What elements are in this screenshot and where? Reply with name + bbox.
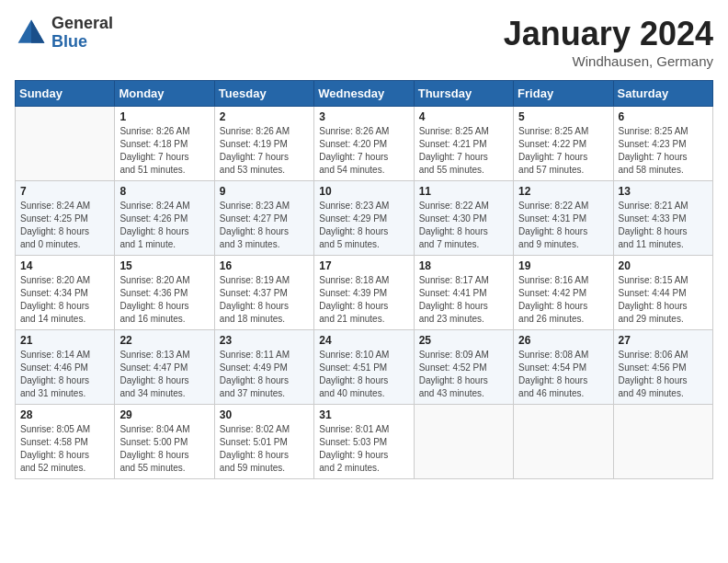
calendar-week-row: 7Sunrise: 8:24 AM Sunset: 4:25 PM Daylig… [16,181,713,256]
calendar-cell: 10Sunrise: 8:23 AM Sunset: 4:29 PM Dayli… [314,181,414,256]
day-info: Sunrise: 8:01 AM Sunset: 5:03 PM Dayligh… [319,423,408,475]
calendar-cell: 24Sunrise: 8:10 AM Sunset: 4:51 PM Dayli… [314,330,414,405]
calendar-cell: 27Sunrise: 8:06 AM Sunset: 4:56 PM Dayli… [613,330,712,405]
day-info: Sunrise: 8:25 AM Sunset: 4:23 PM Dayligh… [619,125,708,177]
day-number: 24 [319,334,408,347]
calendar-cell: 22Sunrise: 8:13 AM Sunset: 4:47 PM Dayli… [115,330,214,405]
day-info: Sunrise: 8:24 AM Sunset: 4:25 PM Dayligh… [20,200,109,251]
day-number: 17 [319,259,408,272]
day-number: 28 [20,408,109,421]
calendar-cell: 15Sunrise: 8:20 AM Sunset: 4:36 PM Dayli… [115,256,214,330]
day-number: 23 [220,334,309,347]
day-info: Sunrise: 8:08 AM Sunset: 4:54 PM Dayligh… [518,349,608,400]
day-number: 6 [619,110,708,123]
day-number: 16 [220,259,309,272]
day-number: 30 [220,408,309,421]
calendar-cell [414,405,513,479]
day-info: Sunrise: 8:23 AM Sunset: 4:29 PM Dayligh… [319,200,408,251]
day-number: 12 [518,185,608,198]
calendar-cell: 9Sunrise: 8:23 AM Sunset: 4:27 PM Daylig… [214,181,313,256]
calendar-header-row: SundayMondayTuesdayWednesdayThursdayFrid… [16,81,713,107]
day-number: 1 [119,110,209,123]
day-info: Sunrise: 8:17 AM Sunset: 4:41 PM Dayligh… [419,274,508,326]
calendar-cell: 20Sunrise: 8:15 AM Sunset: 4:44 PM Dayli… [613,256,712,330]
weekday-header-tuesday: Tuesday [214,81,313,107]
day-info: Sunrise: 8:25 AM Sunset: 4:21 PM Dayligh… [419,125,508,177]
calendar-cell: 14Sunrise: 8:20 AM Sunset: 4:34 PM Dayli… [16,256,115,330]
day-info: Sunrise: 8:02 AM Sunset: 5:01 PM Dayligh… [220,423,309,475]
day-info: Sunrise: 8:11 AM Sunset: 4:49 PM Dayligh… [220,349,309,400]
day-number: 3 [319,110,408,123]
day-number: 7 [20,185,109,198]
logo-icon [15,17,48,50]
day-info: Sunrise: 8:15 AM Sunset: 4:44 PM Dayligh… [619,274,708,326]
day-info: Sunrise: 8:06 AM Sunset: 4:56 PM Dayligh… [619,349,708,400]
calendar-cell: 8Sunrise: 8:24 AM Sunset: 4:26 PM Daylig… [115,181,214,256]
calendar-cell: 31Sunrise: 8:01 AM Sunset: 5:03 PM Dayli… [314,405,414,479]
day-info: Sunrise: 8:09 AM Sunset: 4:52 PM Dayligh… [419,349,508,400]
day-info: Sunrise: 8:19 AM Sunset: 4:37 PM Dayligh… [220,274,309,326]
day-number: 31 [319,408,408,421]
calendar-cell: 25Sunrise: 8:09 AM Sunset: 4:52 PM Dayli… [414,330,513,405]
calendar-cell [16,107,115,181]
calendar-cell: 21Sunrise: 8:14 AM Sunset: 4:46 PM Dayli… [16,330,115,405]
calendar-cell: 16Sunrise: 8:19 AM Sunset: 4:37 PM Dayli… [214,256,313,330]
weekday-header-sunday: Sunday [16,81,115,107]
calendar-week-row: 28Sunrise: 8:05 AM Sunset: 4:58 PM Dayli… [16,405,713,479]
day-info: Sunrise: 8:05 AM Sunset: 4:58 PM Dayligh… [20,423,109,475]
day-info: Sunrise: 8:24 AM Sunset: 4:26 PM Dayligh… [119,200,209,251]
day-number: 29 [119,408,209,421]
day-info: Sunrise: 8:26 AM Sunset: 4:19 PM Dayligh… [220,125,309,177]
day-info: Sunrise: 8:21 AM Sunset: 4:33 PM Dayligh… [619,200,708,251]
calendar-cell [514,405,613,479]
calendar-cell: 12Sunrise: 8:22 AM Sunset: 4:31 PM Dayli… [514,181,613,256]
calendar-cell: 5Sunrise: 8:25 AM Sunset: 4:22 PM Daylig… [514,107,613,181]
svg-marker-1 [31,19,44,42]
page-header: General Blue January 2024 Windhausen, Ge… [15,15,713,69]
day-number: 8 [119,185,209,198]
location-label: Windhausen, Germany [504,53,713,69]
calendar-cell: 11Sunrise: 8:22 AM Sunset: 4:30 PM Dayli… [414,181,513,256]
day-info: Sunrise: 8:26 AM Sunset: 4:20 PM Dayligh… [319,125,408,177]
day-number: 10 [319,185,408,198]
day-info: Sunrise: 8:18 AM Sunset: 4:39 PM Dayligh… [319,274,408,326]
logo-general-text: General [51,15,113,33]
day-info: Sunrise: 8:25 AM Sunset: 4:22 PM Dayligh… [518,125,608,177]
calendar-cell [613,405,712,479]
calendar-cell: 1Sunrise: 8:26 AM Sunset: 4:18 PM Daylig… [115,107,214,181]
calendar-cell: 28Sunrise: 8:05 AM Sunset: 4:58 PM Dayli… [16,405,115,479]
calendar-cell: 29Sunrise: 8:04 AM Sunset: 5:00 PM Dayli… [115,405,214,479]
day-number: 19 [518,259,608,272]
calendar-cell: 30Sunrise: 8:02 AM Sunset: 5:01 PM Dayli… [214,405,313,479]
weekday-header-saturday: Saturday [613,81,712,107]
calendar-week-row: 1Sunrise: 8:26 AM Sunset: 4:18 PM Daylig… [16,107,713,181]
day-number: 26 [518,334,608,347]
calendar-table: SundayMondayTuesdayWednesdayThursdayFrid… [15,80,713,479]
day-number: 5 [518,110,608,123]
day-number: 27 [619,334,708,347]
month-title: January 2024 [504,15,713,53]
title-block: January 2024 Windhausen, Germany [504,15,713,69]
calendar-cell: 13Sunrise: 8:21 AM Sunset: 4:33 PM Dayli… [613,181,712,256]
day-number: 9 [220,185,309,198]
calendar-cell: 4Sunrise: 8:25 AM Sunset: 4:21 PM Daylig… [414,107,513,181]
calendar-cell: 2Sunrise: 8:26 AM Sunset: 4:19 PM Daylig… [214,107,313,181]
day-info: Sunrise: 8:22 AM Sunset: 4:31 PM Dayligh… [518,200,608,251]
day-number: 18 [419,259,508,272]
day-info: Sunrise: 8:04 AM Sunset: 5:00 PM Dayligh… [119,423,209,475]
calendar-cell: 26Sunrise: 8:08 AM Sunset: 4:54 PM Dayli… [514,330,613,405]
calendar-cell: 7Sunrise: 8:24 AM Sunset: 4:25 PM Daylig… [16,181,115,256]
calendar-cell: 17Sunrise: 8:18 AM Sunset: 4:39 PM Dayli… [314,256,414,330]
day-info: Sunrise: 8:14 AM Sunset: 4:46 PM Dayligh… [20,349,109,400]
day-number: 4 [419,110,508,123]
day-number: 2 [220,110,309,123]
day-info: Sunrise: 8:23 AM Sunset: 4:27 PM Dayligh… [220,200,309,251]
day-number: 20 [619,259,708,272]
day-info: Sunrise: 8:26 AM Sunset: 4:18 PM Dayligh… [119,125,209,177]
logo-blue-text: Blue [51,33,113,52]
day-info: Sunrise: 8:13 AM Sunset: 4:47 PM Dayligh… [119,349,209,400]
day-info: Sunrise: 8:20 AM Sunset: 4:34 PM Dayligh… [20,274,109,326]
day-number: 25 [419,334,508,347]
logo: General Blue [15,15,113,52]
weekday-header-thursday: Thursday [414,81,513,107]
